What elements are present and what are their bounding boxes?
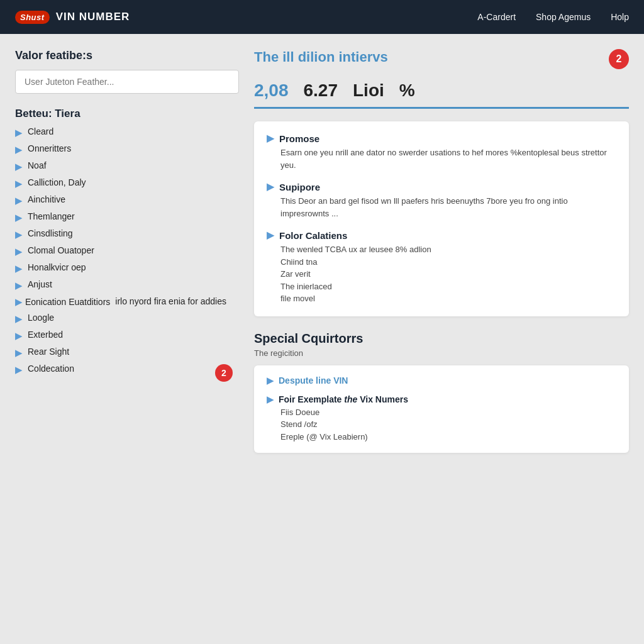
filter-item-label: Ainchitive [28,194,65,204]
stats-row: 2,086.27Lioi% [254,75,629,109]
special-card: ▶Despute line VIN▶Foir Exemplate the Vix… [254,365,629,453]
list-item[interactable]: ▶ Cinsdlisting [15,228,239,240]
special-link[interactable]: Despute line VIN [279,375,348,386]
list-item[interactable]: ▶ Anjust [15,279,239,291]
info-card: ▶PromoseEsarn one yeu nrill ane dator no… [254,121,629,316]
filter-item-label: Exterbed [28,330,63,340]
header-nav: A-Cardert Shop Agemus Holp [477,12,629,22]
check-icon: ▶ [15,296,23,307]
info-section-body: Esarn one yeu nrill ane dator no swerder… [267,147,616,171]
list-item[interactable]: ▶ Calliction, Daly [15,177,239,189]
list-item[interactable]: ▶ Noaf [15,160,239,172]
filter-title: Betteu: Tiera [15,108,239,120]
right-title: The ill dilion intiervs [254,49,388,65]
nav-shop-agemus[interactable]: Shop Agemus [536,12,591,22]
check-icon: ▶ [15,212,23,223]
special-item-title: ▶Foir Exemplate the Vix Numers [267,394,616,404]
info-section: ▶Folor CalatiensThe wenled TCBA ux ar le… [267,230,616,305]
filter-item-label: Cinsdlisting [28,228,73,238]
special-item-title: ▶Despute line VIN [267,375,616,386]
top-badge: 2 [609,49,629,69]
search-input[interactable] [15,70,239,94]
check-icon: ▶ [15,178,23,189]
header-title: VIN NUMBER [56,11,130,23]
list-item[interactable]: ▶ Rear Sight [15,347,239,358]
list-item[interactable]: ▶ Themlanger [15,211,239,223]
right-column: The ill dilion intiervs 2 2,086.27Lioi% … [254,49,629,453]
left-column: Valor featibe:s Betteu: Tiera ▶ Cleard ▶… [15,49,254,453]
check-icon: ▶ [267,394,274,404]
check-icon: ▶ [267,181,274,192]
info-section-body: This Deor an bard gel fisod wn lll paefe… [267,195,616,219]
nav-a-cardert[interactable]: A-Cardert [477,12,516,22]
check-icon: ▶ [15,246,23,257]
check-icon: ▶ [267,133,274,144]
list-item: ▶Despute line VIN [267,375,616,386]
list-item[interactable]: ▶ Exterbed [15,330,239,341]
left-section-title: Valor featibe:s [15,49,239,62]
filter-item-sub: irlo nyord fira enia for addies [115,296,226,306]
filter-item-label: Anjust [28,279,52,289]
check-icon: ▶ [267,375,274,386]
special-subtitle: The regicition [254,348,629,358]
check-icon: ▶ [15,127,23,138]
main-content: Valor featibe:s Betteu: Tiera ▶ Cleard ▶… [0,34,644,453]
bottom-badge: 2 [215,364,233,382]
stat-item[interactable]: 2,08 [254,75,304,109]
check-icon: ▶ [15,347,23,358]
stat-item[interactable]: 6.27 [304,75,353,107]
special-item-body: Fiis Doeue Stend /ofz Ereple (@ Vix Leab… [267,406,616,443]
right-header: The ill dilion intiervs 2 [254,49,629,69]
info-section-title: ▶Folor Calatiens [267,230,616,241]
list-item[interactable]: ▶ Cleard [15,126,239,138]
filter-item-label: Themlanger [28,211,75,221]
special-item-label: Foir Exemplate the Vix Numers [279,394,408,404]
list-item[interactable]: ▶ Ainchitive [15,194,239,206]
check-icon: ▶ [15,144,23,155]
check-icon: ▶ [15,229,23,240]
filter-item-label: Rear Sight [28,347,69,357]
logo-area: Shust VIN NUMBER [15,11,477,24]
nav-holp[interactable]: Holp [611,12,629,22]
filter-item-label: Cleard [28,126,53,136]
info-section: ▶PromoseEsarn one yeu nrill ane dator no… [267,133,616,171]
info-section: ▶SupiporeThis Deor an bard gel fisod wn … [267,181,616,219]
list-item[interactable]: ▶ Onneritters [15,143,239,155]
filter-item-label: Honalkvicr oep [28,262,86,272]
filter-item-label: Coldecation [28,364,74,374]
list-item: ▶Foir Exemplate the Vix NumersFiis Doeue… [267,394,616,443]
check-icon: ▶ [15,313,23,325]
info-section-title: ▶Supipore [267,181,616,192]
logo-badge: Shust [15,11,50,24]
check-icon: ▶ [15,280,23,291]
check-icon: ▶ [15,330,23,341]
special-title: Special Cquirtorrs [254,331,629,346]
check-icon: ▶ [267,230,274,241]
filter-item-label: Onneritters [28,143,71,153]
filter-item-label: Eonication Euatditiors [25,297,110,307]
stat-item[interactable]: % [399,75,430,107]
list-item[interactable]: ▶ Honalkvicr oep [15,262,239,274]
list-item[interactable]: ▶ Loogle [15,313,239,325]
filter-item-label: Noaf [28,160,47,170]
list-item[interactable]: ▶ Coldecation [15,364,239,375]
header: Shust VIN NUMBER A-Cardert Shop Agemus H… [0,0,644,34]
stat-item[interactable]: Lioi [353,75,399,107]
filter-item-label: Clomal Ouatoper [28,245,94,255]
info-section-title: ▶Promose [267,133,616,144]
filter-list: ▶ Cleard ▶ Onneritters ▶ Noaf ▶ Callicti… [15,126,239,375]
filter-item-label: Calliction, Daly [28,177,86,187]
list-item[interactable]: ▶ Eonication Euatditiors irlo nyord fira… [15,296,239,308]
check-icon: ▶ [15,161,23,172]
info-section-body: The wenled TCBA ux ar leusee 8% adlion C… [267,243,616,305]
check-icon: ▶ [15,195,23,206]
check-icon: ▶ [15,263,23,274]
list-item[interactable]: ▶ Clomal Ouatoper [15,245,239,257]
filter-item-label: Loogle [28,313,54,323]
check-icon: ▶ [15,364,23,375]
